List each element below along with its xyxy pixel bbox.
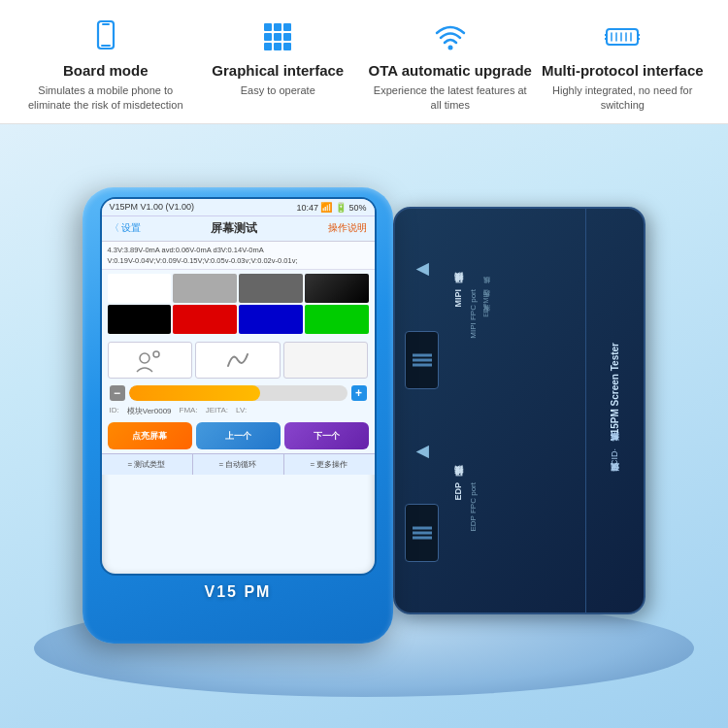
color-cell-blue xyxy=(239,305,303,334)
edp-port-sublabel: EDP FPC port xyxy=(469,482,478,532)
svg-rect-0 xyxy=(98,21,114,49)
svg-rect-6 xyxy=(264,33,272,41)
color-cell-red xyxy=(173,305,237,334)
screen-info: 4.3V:3.89V-0mA avd:0.06V-0mA d3V:0.14V-0… xyxy=(102,242,375,271)
svg-rect-4 xyxy=(274,23,281,31)
feature-multiprotocol-desc: Highly integrated, no need for switching xyxy=(540,83,705,114)
back-panel: ◀ ◀ MIPI排线接口 MIPI FPC port 没有EDP标为MIPI排线… xyxy=(393,207,645,614)
feature-ota-desc: Experience the latest features at all ti… xyxy=(368,83,533,114)
feature-board-mode-desc: Simulates a mobile phone to eliminate th… xyxy=(23,83,188,114)
svg-point-18 xyxy=(140,353,149,363)
progress-section: − + xyxy=(102,382,375,404)
progress-plus[interactable]: + xyxy=(351,385,367,401)
id-label: ID: xyxy=(110,406,119,416)
device-info-row: ID: 模块Ver0009 FMA: JEITA: LV: xyxy=(102,404,375,418)
back-button[interactable]: 〈 设置 xyxy=(110,221,142,235)
feature-graphical-desc: Easy to operate xyxy=(241,83,315,98)
wifi-icon xyxy=(429,17,472,56)
bottom-menu: = 测试类型 = 自动循环 = 更多操作 xyxy=(102,453,375,475)
connector-slot-bottom xyxy=(405,504,439,562)
status-bar-left: V15PM V1.00 (V1.00) xyxy=(110,202,195,212)
color-cell-dgray xyxy=(239,274,303,303)
status-bar-right: 10:47 📶 🔋 50% xyxy=(296,202,366,213)
menu-item-more-ops[interactable]: = 更多操作 xyxy=(284,454,375,475)
light-screen-button[interactable]: 点亮屏幕 xyxy=(108,422,192,449)
screen-title: 屏幕测试 xyxy=(211,220,257,237)
svg-rect-5 xyxy=(283,23,291,31)
icon-cell-2 xyxy=(195,342,281,379)
menu-item-auto-loop[interactable]: = 自动循环 xyxy=(193,454,284,475)
mipi-port-label: MIPI排线接口 xyxy=(452,289,465,308)
help-button[interactable]: 操作说明 xyxy=(328,221,367,235)
feature-graphical-title: Graphical interface xyxy=(212,62,344,80)
edp-port-label: EDP排线接口 xyxy=(452,482,465,501)
svg-rect-3 xyxy=(264,23,272,31)
device-screen: V15PM V1.00 (V1.00) 10:47 📶 🔋 50% 〈 设置 屏… xyxy=(100,197,377,576)
color-cell-black2 xyxy=(108,305,172,334)
svg-point-19 xyxy=(153,351,159,357)
grid-icon xyxy=(256,17,299,56)
color-grid xyxy=(102,270,375,338)
info-line2: V:0.19V-0.04V;V:0.09V-0.15V;V:0.05v-0.03… xyxy=(108,255,369,266)
arrow-indicator-top: ◀ xyxy=(416,259,428,278)
control-buttons: 点亮屏幕 上一个 下一个 xyxy=(102,418,375,453)
prev-button[interactable]: 上一个 xyxy=(196,422,281,449)
phone-icon xyxy=(84,17,127,56)
device-container: ◀ ◀ MIPI排线接口 MIPI FPC port 没有EDP标为MIPI排线… xyxy=(83,187,645,653)
main-device: V15PM V1.00 (V1.00) 10:47 📶 🔋 50% 〈 设置 屏… xyxy=(83,187,393,644)
color-cell-white xyxy=(108,274,172,303)
mipi-note: 没有EDP标为MIPI排线 xyxy=(481,289,491,317)
features-bar: Board mode Simulates a mobile phone to e… xyxy=(0,0,728,124)
product-area: ◀ ◀ MIPI排线接口 MIPI FPC port 没有EDP标为MIPI排线… xyxy=(0,124,728,697)
jeita-label: JEITA: xyxy=(206,406,228,416)
progress-minus[interactable]: − xyxy=(110,385,125,401)
feature-ota-title: OTA automatic upgrade xyxy=(369,62,532,80)
svg-rect-9 xyxy=(264,43,272,50)
menu-item-test-type[interactable]: = 测试类型 xyxy=(102,454,193,475)
screen-status-bar: V15PM V1.00 (V1.00) 10:47 📶 🔋 50% xyxy=(102,199,375,216)
progress-bar xyxy=(129,385,347,401)
feature-board-mode-title: Board mode xyxy=(63,62,149,80)
fma-label: FMA: xyxy=(180,406,198,416)
svg-point-12 xyxy=(447,46,452,50)
icon-cell-1 xyxy=(108,342,193,379)
mipi-port-sublabel: MIPI FPC port xyxy=(469,289,478,339)
info-line1: 4.3V:3.89V-0mA avd:0.06V-0mA d3V:0.14V-0… xyxy=(108,245,369,255)
module-label: 模块Ver0009 xyxy=(127,406,172,416)
color-cell-green xyxy=(305,305,369,334)
feature-graphical: Graphical interface Easy to operate xyxy=(195,17,360,98)
connector-left: ◀ ◀ xyxy=(395,209,448,612)
icon-cell-3 xyxy=(283,342,369,379)
next-button[interactable]: 下一个 xyxy=(284,422,369,449)
progress-fill xyxy=(129,385,260,401)
product-name-label: V15PM Screen Tester xyxy=(610,343,620,441)
device-label: V15 PM xyxy=(205,583,272,601)
svg-rect-11 xyxy=(283,43,291,50)
feature-multiprotocol: Multi-protocol interface Highly integrat… xyxy=(540,17,705,114)
arrow-indicator-bottom: ◀ xyxy=(416,442,428,460)
svg-rect-7 xyxy=(274,33,281,41)
svg-rect-10 xyxy=(274,43,281,50)
icon-cells xyxy=(102,338,375,382)
signal-icon xyxy=(601,17,644,56)
color-cell-black xyxy=(305,274,369,303)
connector-slot-top xyxy=(405,331,439,389)
lv-label: LV: xyxy=(236,406,247,416)
feature-multiprotocol-title: Multi-protocol interface xyxy=(542,62,704,80)
screen-nav-bar[interactable]: 〈 设置 屏幕测试 操作说明 xyxy=(102,216,375,242)
color-cell-lgray xyxy=(173,274,237,303)
feature-board-mode: Board mode Simulates a mobile phone to e… xyxy=(23,17,188,114)
feature-ota: OTA automatic upgrade Experience the lat… xyxy=(368,17,533,114)
brand-label: JCID·精诚创新 xyxy=(609,448,621,471)
svg-rect-8 xyxy=(283,33,291,41)
